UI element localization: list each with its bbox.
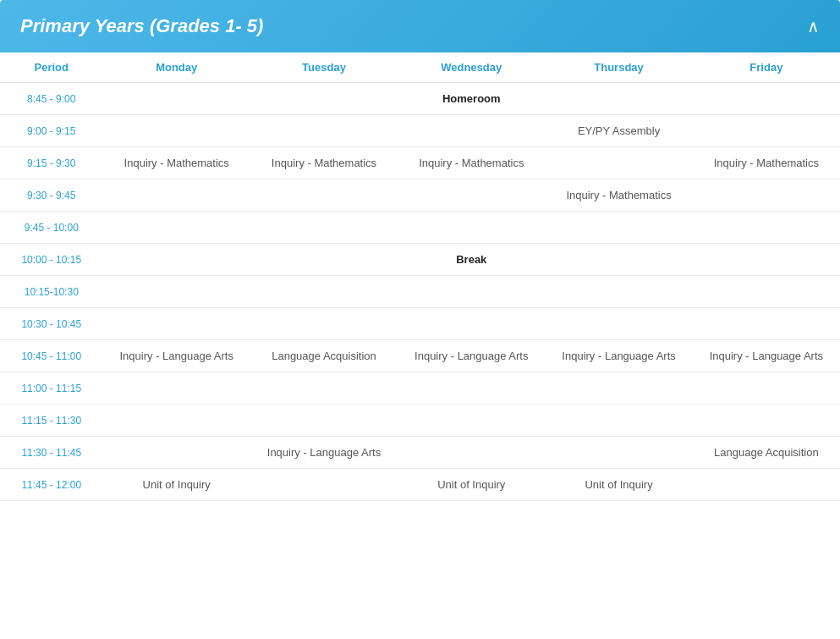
- thursday-cell: [545, 405, 692, 437]
- period-cell: 11:30 - 11:45: [0, 437, 103, 469]
- thursday-cell: [545, 147, 692, 179]
- thursday-cell: [545, 308, 692, 340]
- wednesday-cell: [398, 115, 545, 147]
- tuesday-cell: [250, 115, 398, 147]
- empty-cell: [693, 244, 840, 276]
- wednesday-cell: [398, 179, 545, 212]
- tuesday-cell: [250, 469, 398, 501]
- monday-cell: [103, 437, 250, 469]
- table-row: 11:45 - 12:00Unit of InquiryUnit of Inqu…: [0, 469, 840, 501]
- table-row: 9:15 - 9:30Inquiry - MathematicsInquiry …: [0, 147, 840, 179]
- thursday-cell: [545, 276, 692, 308]
- col-header-wednesday: Wednesday: [398, 52, 545, 83]
- table-row: 9:45 - 10:00: [0, 212, 840, 244]
- col-header-period: Period: [0, 52, 103, 83]
- thursday-cell: Inquiry - Language Arts: [545, 340, 692, 372]
- monday-cell: [103, 405, 250, 437]
- table-row: 11:30 - 11:45Inquiry - Language ArtsLang…: [0, 437, 840, 469]
- table-row: 9:30 - 9:45Inquiry - Mathematics: [0, 179, 840, 212]
- period-cell: 11:15 - 11:30: [0, 405, 103, 437]
- friday-cell: [693, 469, 840, 501]
- header-title: Primary Years (Grades 1- 5): [20, 15, 263, 37]
- table-row: 11:00 - 11:15: [0, 372, 840, 405]
- wednesday-cell: Unit of Inquiry: [398, 469, 545, 501]
- monday-cell: [103, 212, 250, 244]
- wednesday-cell: [398, 276, 545, 308]
- col-header-monday: Monday: [103, 52, 250, 83]
- table-row: 11:15 - 11:30: [0, 405, 840, 437]
- col-header-thursday: Thursday: [545, 52, 692, 83]
- wednesday-cell: [398, 372, 545, 405]
- tuesday-cell: [250, 179, 398, 212]
- table-row: 9:00 - 9:15EY/PY Assembly: [0, 115, 840, 147]
- friday-cell: [693, 308, 840, 340]
- period-cell: 9:00 - 9:15: [0, 115, 103, 147]
- period-cell: 10:00 - 10:15: [0, 244, 103, 276]
- friday-cell: [693, 179, 840, 212]
- friday-cell: [693, 372, 840, 405]
- col-header-friday: Friday: [693, 52, 840, 83]
- thursday-cell: [545, 437, 692, 469]
- col-header-tuesday: Tuesday: [250, 52, 398, 83]
- thursday-cell: [545, 372, 692, 405]
- friday-cell: Language Acquisition: [693, 437, 840, 469]
- table-row: 10:30 - 10:45: [0, 308, 840, 340]
- wednesday-cell: Inquiry - Language Arts: [398, 340, 545, 372]
- monday-cell: Inquiry - Mathematics: [103, 147, 250, 179]
- tuesday-cell: [250, 308, 398, 340]
- thursday-cell: Inquiry - Mathematics: [545, 179, 692, 212]
- tuesday-cell: Inquiry - Language Arts: [250, 437, 398, 469]
- monday-cell: Inquiry - Language Arts: [103, 340, 250, 372]
- tuesday-cell: [250, 405, 398, 437]
- period-cell: 11:00 - 11:15: [0, 372, 103, 405]
- tuesday-cell: Language Acquisition: [250, 340, 398, 372]
- empty-cell: [103, 244, 250, 276]
- schedule-table: Period Monday Tuesday Wednesday Thursday…: [0, 52, 840, 501]
- period-cell: 9:15 - 9:30: [0, 147, 103, 179]
- friday-cell: [693, 212, 840, 244]
- friday-cell: Inquiry - Mathematics: [693, 147, 840, 179]
- period-cell: 9:30 - 9:45: [0, 179, 103, 212]
- friday-cell: Inquiry - Language Arts: [693, 340, 840, 372]
- header-bar: Primary Years (Grades 1- 5) ∧: [0, 0, 840, 52]
- collapse-icon[interactable]: ∧: [807, 16, 820, 36]
- homeroom-cell: Homeroom: [103, 83, 840, 115]
- tuesday-cell: [250, 276, 398, 308]
- table-row: 10:45 - 11:00Inquiry - Language ArtsLang…: [0, 340, 840, 372]
- table-row: 10:00 - 10:15Break: [0, 244, 840, 276]
- thursday-cell: EY/PY Assembly: [545, 115, 692, 147]
- table-row: 10:15-10:30: [0, 276, 840, 308]
- monday-cell: [103, 308, 250, 340]
- tuesday-cell: Inquiry - Mathematics: [250, 147, 398, 179]
- period-cell: 8:45 - 9:00: [0, 83, 103, 115]
- monday-cell: [103, 372, 250, 405]
- tuesday-cell: [250, 212, 398, 244]
- wednesday-cell: [398, 308, 545, 340]
- period-cell: 10:30 - 10:45: [0, 308, 103, 340]
- friday-cell: [693, 276, 840, 308]
- wednesday-cell: [398, 405, 545, 437]
- break-cell: Break: [250, 244, 693, 276]
- period-cell: 9:45 - 10:00: [0, 212, 103, 244]
- period-cell: 10:15-10:30: [0, 276, 103, 308]
- friday-cell: [693, 405, 840, 437]
- table-header-row: Period Monday Tuesday Wednesday Thursday…: [0, 52, 840, 83]
- wednesday-cell: [398, 212, 545, 244]
- friday-cell: [693, 115, 840, 147]
- monday-cell: [103, 179, 250, 212]
- thursday-cell: Unit of Inquiry: [545, 469, 692, 501]
- wednesday-cell: Inquiry - Mathematics: [398, 147, 545, 179]
- monday-cell: [103, 276, 250, 308]
- table-row: 8:45 - 9:00Homeroom: [0, 83, 840, 115]
- period-cell: 10:45 - 11:00: [0, 340, 103, 372]
- thursday-cell: [545, 212, 692, 244]
- tuesday-cell: [250, 372, 398, 405]
- monday-cell: [103, 115, 250, 147]
- wednesday-cell: [398, 437, 545, 469]
- period-cell: 11:45 - 12:00: [0, 469, 103, 501]
- monday-cell: Unit of Inquiry: [103, 469, 250, 501]
- section-header: Primary Years (Grades 1- 5) ∧: [0, 0, 840, 52]
